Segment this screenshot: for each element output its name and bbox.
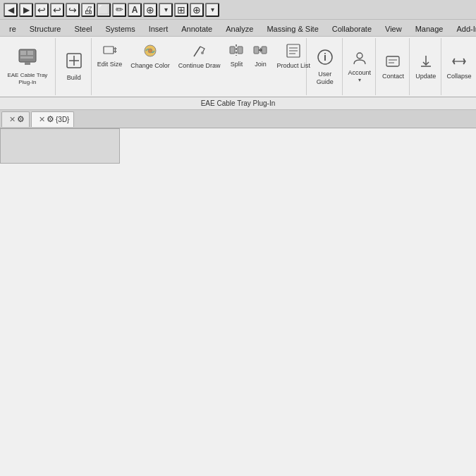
ribbon-tab-bar: re Structure Steel Systems Insert Annota… (0, 20, 476, 37)
tab-insert[interactable]: Insert (142, 20, 175, 36)
qa-grid-btn[interactable]: ⊞ (174, 3, 188, 17)
build-label: Build (67, 74, 81, 82)
edit-size-icon (103, 43, 117, 59)
svg-rect-2 (28, 51, 33, 55)
split-label: Split (231, 61, 243, 68)
svg-point-14 (201, 51, 204, 54)
svg-rect-17 (238, 47, 243, 54)
doc-tab-2-icon: ⚙ (47, 114, 54, 124)
group-user-guide: i UserGuide (307, 38, 343, 95)
tab-manage[interactable]: Manage (409, 20, 450, 36)
doc-tab-2-label: {3D} (56, 116, 69, 123)
continue-draw-btn[interactable]: Continue Draw (176, 41, 224, 72)
svg-rect-4 (25, 62, 30, 65)
join-btn[interactable]: Join (250, 41, 271, 71)
svg-rect-28 (386, 56, 399, 66)
build-icon (65, 51, 83, 73)
tab-addins[interactable]: Add-Ins (450, 20, 476, 36)
split-btn[interactable]: Split (226, 41, 247, 71)
svg-rect-3 (20, 56, 33, 59)
tab-view[interactable]: View (379, 20, 408, 36)
continue-draw-icon (192, 43, 207, 61)
continue-draw-label: Continue Draw (178, 62, 221, 70)
ribbon-content: EAE Cable TrayPlug-In Build (0, 37, 476, 97)
doc-tab-1-icon: ⚙ (17, 114, 25, 124)
update-label: Update (415, 73, 436, 80)
svg-line-13 (194, 47, 200, 56)
collapse-btn[interactable]: Collapse (444, 51, 474, 83)
collapse-icon (451, 54, 467, 71)
account-icon (352, 50, 367, 68)
tab-collaborate[interactable]: Collaborate (326, 20, 378, 36)
qa-undo2-btn[interactable]: ↩ (50, 3, 64, 17)
svg-rect-16 (230, 47, 235, 54)
group-eae-plugin: EAE Cable TrayPlug-In (0, 38, 56, 95)
svg-text:i: i (324, 51, 327, 63)
tab-massing[interactable]: Massing & Site (260, 20, 324, 36)
qa-undo-btn[interactable]: ↩ (35, 3, 49, 17)
group-account: Account ▾ (343, 38, 377, 95)
edit-size-btn[interactable]: Edit Size (94, 41, 126, 71)
tab-systems[interactable]: Systems (99, 20, 142, 36)
qa-more2-btn[interactable]: ⊕ (190, 3, 204, 17)
svg-point-12 (148, 49, 152, 53)
tab-re[interactable]: re (3, 20, 23, 36)
change-color-btn[interactable]: Change Color (128, 41, 173, 72)
doc-tab-1-close[interactable]: ✕ (9, 115, 16, 124)
eae-label-text: EAE Cable Tray Plug-In (201, 99, 276, 107)
contact-icon (385, 54, 401, 71)
group-build: Build (56, 38, 92, 95)
group-small-tools: Edit Size Change Color (92, 38, 307, 95)
product-list-label: Product List (276, 62, 310, 70)
eae-plugin-icon (18, 48, 37, 71)
doc-tab-2[interactable]: ✕ ⚙ {3D} (31, 111, 74, 127)
tab-analyze[interactable]: Analyze (219, 20, 260, 36)
tab-annotate[interactable]: Annotate (175, 20, 219, 36)
eae-plugin-btn[interactable]: EAE Cable TrayPlug-In (4, 45, 51, 88)
svg-rect-1 (20, 51, 26, 55)
qa-print-btn[interactable]: 🖨 (81, 3, 95, 17)
eae-plugin-label: EAE Cable TrayPlug-In (7, 72, 47, 85)
qa-pencil-btn[interactable]: ✏ (112, 3, 126, 17)
update-btn[interactable]: Update (413, 51, 439, 83)
join-icon (253, 43, 267, 59)
account-label: Account (348, 69, 372, 77)
qa-redo-btn[interactable]: ↪ (66, 3, 80, 17)
account-btn[interactable]: Account ▾ (346, 48, 374, 85)
qa-dropdown2-btn[interactable]: ▾ (205, 3, 219, 17)
qa-measure-btn[interactable]: ⬜ (97, 3, 111, 17)
account-dropdown-arrow: ▾ (358, 77, 361, 83)
group-update: Update (410, 38, 441, 95)
contact-label: Contact (382, 73, 404, 80)
change-color-icon (142, 43, 158, 61)
svg-rect-18 (254, 47, 259, 54)
build-btn[interactable]: Build (59, 49, 90, 85)
change-color-label: Change Color (130, 62, 170, 70)
user-guide-btn[interactable]: i UserGuide (310, 45, 341, 89)
tab-steel[interactable]: Steel (68, 20, 98, 36)
svg-point-27 (357, 53, 362, 59)
edit-size-label: Edit Size (97, 61, 123, 68)
update-icon (418, 54, 434, 71)
group-collapse: Collapse (441, 38, 476, 95)
doc-tab-1[interactable]: ✕ ⚙ (1, 111, 30, 127)
tab-structure[interactable]: Structure (23, 20, 68, 36)
qa-more1-btn[interactable]: ⊕ (143, 3, 157, 17)
collapse-label: Collapse (446, 73, 471, 80)
qa-text-btn[interactable]: A (128, 3, 142, 17)
user-guide-label: UserGuide (317, 71, 334, 86)
doc-tabs-row: ✕ ⚙ ✕ ⚙ {3D} (0, 110, 476, 128)
join-label: Join (255, 61, 267, 68)
product-list-icon (286, 43, 301, 61)
svg-rect-19 (262, 47, 267, 54)
left-panel (0, 128, 120, 164)
quick-access-toolbar: ◀ ▶ ↩ ↩ ↪ 🖨 ⬜ ✏ A ⊕ ▾ ⊞ ⊕ ▾ (0, 0, 476, 20)
group-contact: Contact (376, 38, 409, 95)
qa-dropdown1-btn[interactable]: ▾ (159, 3, 173, 17)
svg-rect-8 (104, 47, 114, 54)
doc-tab-2-close[interactable]: ✕ (39, 115, 45, 124)
qa-back-btn[interactable]: ◀ (4, 3, 18, 17)
contact-btn[interactable]: Contact (379, 51, 407, 83)
split-icon (229, 43, 243, 59)
qa-forward-btn[interactable]: ▶ (19, 3, 33, 17)
